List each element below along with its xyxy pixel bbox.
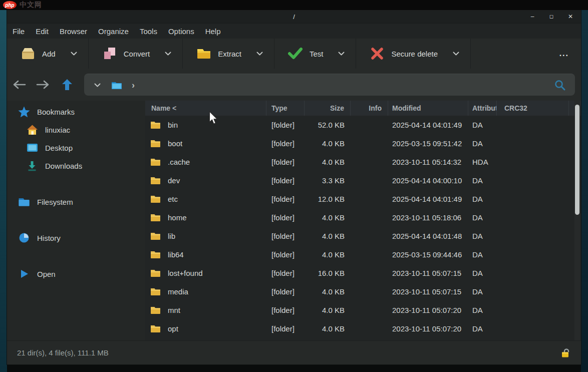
column-header-type[interactable]: Type: [266, 101, 305, 116]
root-folder-icon[interactable]: [111, 80, 123, 90]
file-name: dev: [168, 176, 180, 185]
up-button[interactable]: [55, 79, 79, 91]
column-header-info[interactable]: Info: [351, 101, 388, 116]
address-bar[interactable]: ›: [84, 74, 575, 96]
folder-icon: [150, 232, 161, 240]
search-icon: [554, 79, 566, 91]
table-row-bin[interactable]: bin[folder]52.0 KB2025-04-14 04:01:49DA: [145, 116, 581, 134]
cell-type: [folder]: [266, 301, 305, 319]
menu-item-options[interactable]: Options: [163, 24, 200, 39]
toolbar-dropdown-add[interactable]: [68, 49, 80, 59]
table-row-lost-found[interactable]: lost+found[folder]16.0 KB2023-10-11 05:0…: [145, 264, 581, 282]
more-options-button[interactable]: ...: [547, 49, 581, 58]
cell-type: [folder]: [266, 190, 305, 208]
cell-name: dev: [145, 171, 266, 190]
toolbar-label-add: Add: [42, 50, 56, 58]
back-arrow-icon: [12, 80, 27, 90]
cell-type: [folder]: [266, 134, 305, 153]
sidebar-item-label: Bookmarks: [37, 108, 75, 116]
sidebar-item-label: Filesystem: [37, 198, 73, 206]
scrollbar-thumb[interactable]: [575, 105, 579, 215]
cell-name: opt: [145, 319, 266, 338]
folder-icon: [150, 176, 161, 185]
desktop-background-left: [0, 0, 7, 372]
menu-item-help[interactable]: Help: [200, 24, 226, 39]
desktop-icon: [26, 143, 38, 153]
cell-size: 4.0 KB: [305, 153, 351, 171]
cell-type: [folder]: [266, 264, 305, 282]
status-bar: 21 dir(s), 4 file(s), 111.1 MB: [7, 340, 581, 364]
cell-attrib: DA: [468, 301, 497, 319]
folder-icon: [150, 195, 161, 203]
cell-attrib: DA: [468, 227, 497, 245]
table-row-mnt[interactable]: mnt[folder]4.0 KB2023-10-11 05:07:20DA: [145, 301, 581, 319]
table-row--cache[interactable]: .cache[folder]4.0 KB2023-10-11 05:14:32H…: [145, 153, 581, 171]
menu-item-edit[interactable]: Edit: [30, 24, 54, 39]
table-row-boot[interactable]: boot[folder]4.0 KB2025-03-15 09:51:42DA: [145, 134, 581, 153]
toolbar-button-secure-delete[interactable]: Secure delete: [365, 44, 442, 64]
menu-item-file[interactable]: File: [7, 24, 30, 39]
minimize-icon[interactable]: –: [529, 14, 536, 20]
toolbar-button-test[interactable]: Test: [283, 44, 328, 64]
file-name: lib: [168, 232, 175, 240]
toolbar-button-extract[interactable]: Extract: [192, 44, 245, 64]
title-bar[interactable]: / – ◻ ✕: [7, 10, 581, 23]
file-name: lib64: [168, 250, 184, 259]
sidebar-item-history[interactable]: History: [7, 229, 145, 247]
table-row-lib[interactable]: lib[folder]4.0 KB2025-04-14 04:01:48DA: [145, 227, 581, 245]
file-name: opt: [168, 324, 178, 333]
toolbar-dropdown-test[interactable]: [335, 49, 348, 59]
sidebar-item-bookmarks[interactable]: Bookmarks: [7, 103, 145, 121]
cell-info: [351, 264, 388, 282]
table-row-media[interactable]: media[folder]4.0 KB2023-10-11 05:07:15DA: [145, 282, 581, 301]
menu-item-organize[interactable]: Organize: [93, 24, 134, 39]
column-header-size[interactable]: Size: [305, 101, 351, 116]
toolbar-dropdown-secure-delete[interactable]: [450, 49, 462, 59]
desktop-background-right: [581, 0, 588, 372]
toolbar-button-convert[interactable]: Convert: [98, 44, 154, 64]
column-header-modified[interactable]: Modified: [388, 101, 468, 116]
cell-size: 4.0 KB: [305, 301, 351, 319]
vertical-scrollbar[interactable]: [574, 101, 580, 340]
table-row-etc[interactable]: etc[folder]12.0 KB2025-04-14 04:01:49DA: [145, 190, 581, 208]
php-logo: php: [3, 1, 17, 9]
file-name: lost+found: [168, 269, 203, 277]
column-header-crc32[interactable]: CRC32: [497, 101, 569, 116]
sidebar-item-linuxiac[interactable]: linuxiac: [7, 121, 145, 139]
menu-item-tools[interactable]: Tools: [134, 24, 163, 39]
menu-item-browser[interactable]: Browser: [54, 24, 93, 39]
maximize-icon[interactable]: ◻: [548, 14, 555, 19]
folder-icon: [150, 287, 161, 296]
sidebar-item-filesystem[interactable]: Filesystem: [7, 193, 145, 211]
forward-button[interactable]: [31, 80, 55, 90]
table-row-home[interactable]: home[folder]4.0 KB2023-10-11 05:18:06DA: [145, 208, 581, 227]
cell-info: [351, 116, 388, 134]
download-icon: [26, 160, 38, 171]
cell-size: 52.0 KB: [305, 116, 351, 134]
table-row-lib64[interactable]: lib64[folder]4.0 KB2025-03-15 09:44:46DA: [145, 245, 581, 264]
column-header-name-[interactable]: Name <: [145, 101, 266, 116]
address-history-dropdown[interactable]: [92, 83, 106, 87]
cell-crc32: [497, 245, 569, 264]
toolbar-button-add[interactable]: Add: [16, 44, 60, 64]
sidebar-item-desktop[interactable]: Desktop: [7, 139, 145, 157]
toolbar-dropdown-extract[interactable]: [253, 49, 266, 59]
table-header: Name <TypeSizeInfoModifiedAttributesCRC3…: [145, 101, 581, 116]
table-row-opt[interactable]: opt[folder]4.0 KB2023-10-11 05:07:20DA: [145, 319, 581, 338]
close-icon[interactable]: ✕: [567, 14, 574, 20]
status-summary: 21 dir(s), 4 file(s), 111.1 MB: [17, 348, 109, 357]
unlock-icon[interactable]: [560, 347, 571, 358]
cell-info: [351, 134, 388, 153]
search-button[interactable]: [554, 79, 567, 91]
sidebar-item-open[interactable]: Open: [7, 265, 145, 283]
cell-type: [folder]: [266, 282, 305, 301]
column-header-attributes[interactable]: Attributes: [468, 101, 497, 116]
table-row-dev[interactable]: dev[folder]3.3 KB2025-04-14 04:00:10DA: [145, 171, 581, 190]
window-title: /: [7, 13, 581, 21]
back-button[interactable]: [7, 80, 31, 90]
cell-attrib: DA: [468, 134, 497, 153]
toolbar-group-extract: Extract: [183, 39, 274, 69]
toolbar-dropdown-convert[interactable]: [162, 49, 174, 59]
sidebar-item-downloads[interactable]: Downloads: [7, 157, 145, 175]
cell-size: 12.0 KB: [305, 190, 351, 208]
